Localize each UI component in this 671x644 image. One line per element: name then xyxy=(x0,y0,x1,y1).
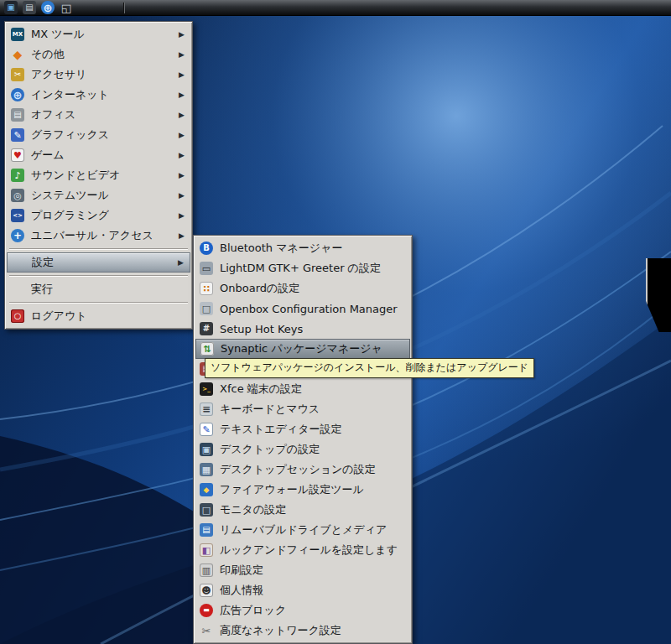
menu-item-label: ゲーム xyxy=(31,148,65,163)
file-manager-button[interactable]: ▤ xyxy=(20,1,39,15)
menu-separator xyxy=(9,275,188,277)
firewall-icon: ◆ xyxy=(200,483,213,496)
menu-item-universal-access[interactable]: +ユニバーサル・アクセス▶ xyxy=(7,226,190,246)
menu-item-programming[interactable]: <>プログラミング▶ xyxy=(7,205,190,226)
menu-item-office[interactable]: ▤オフィス▶ xyxy=(7,105,190,125)
panel-browser-icon: ⊕ xyxy=(41,1,55,14)
universal-access-icon: + xyxy=(11,229,24,242)
submenu-arrow-icon: ▶ xyxy=(179,70,186,79)
app-menu-button[interactable]: ▣ xyxy=(2,1,20,15)
menu-item-firewall-tool[interactable]: ◆ファイアウォール設定ツール xyxy=(195,480,410,500)
office-icon: ▤ xyxy=(11,108,24,122)
synaptic-icon: ⇅ xyxy=(200,342,214,356)
menu-item-look-and-feel[interactable]: ◧ルックアンドフィールを設定します xyxy=(195,540,410,560)
menu-item-others[interactable]: ◆その他▶ xyxy=(7,44,190,65)
menu-item-removable-drives-media[interactable]: ▤リムーバブルドライブとメディア xyxy=(195,520,410,540)
menu-item-logout[interactable]: ○ログアウト xyxy=(7,306,190,326)
menu-item-label: アクセサリ xyxy=(31,67,87,82)
menu-item-internet[interactable]: ⊕インターネット▶ xyxy=(7,85,190,105)
menu-item-lightdm-gtk-greeter[interactable]: ▭LightDM GTK+ Greeter の設定 xyxy=(195,258,410,278)
menu-item-label: オフィス xyxy=(31,107,75,122)
icon-placeholder xyxy=(12,256,25,269)
menu-item-setup-hot-keys[interactable]: #Setup Hot Keys xyxy=(195,319,410,339)
bluetooth-icon: B xyxy=(200,242,213,255)
xfce-terminal-icon: >_ xyxy=(200,382,213,396)
menu-item-run[interactable]: 実行 xyxy=(7,279,190,299)
menu-item-bluetooth-manager[interactable]: BBluetooth マネージャー xyxy=(195,238,410,258)
mx-tools-icon: MX xyxy=(11,28,24,41)
menu-item-label: ルックアンドフィールを設定します xyxy=(220,543,398,558)
menu-item-settings[interactable]: 設定▶ xyxy=(7,252,190,273)
menu-item-label: ファイアウォール設定ツール xyxy=(220,482,364,497)
menu-item-desktop-settings[interactable]: ▣デスクトップの設定 xyxy=(195,439,410,460)
menu-item-label: LightDM GTK+ Greeter の設定 xyxy=(220,261,381,276)
monitor-icon: □ xyxy=(200,503,213,517)
system-tools-icon: ◎ xyxy=(11,189,24,202)
personal-info-icon: ☻ xyxy=(200,584,213,597)
menu-separator xyxy=(9,302,188,304)
sound-video-icon: ♪ xyxy=(11,169,24,182)
menu-item-label: 広告ブロック xyxy=(220,603,286,618)
menu-item-advanced-network[interactable]: ✂高度なネットワーク設定 xyxy=(195,621,410,641)
submenu-arrow-icon: ▶ xyxy=(179,111,186,119)
window-list-button[interactable]: ◱ xyxy=(57,1,75,15)
menu-item-label: 印刷設定 xyxy=(220,563,263,578)
submenu-arrow-icon: ▶ xyxy=(179,131,186,139)
submenu-arrow-icon: ▶ xyxy=(179,191,186,200)
taskbar: ▣▤⊕◱ xyxy=(0,0,671,16)
menu-item-onboard-settings[interactable]: ∷Onboardの設定 xyxy=(195,278,410,299)
menu-item-text-editor-settings[interactable]: ✎テキストエディター設定 xyxy=(195,419,410,439)
menu-item-accessories[interactable]: ✂アクセサリ▶ xyxy=(7,65,190,85)
web-browser-button[interactable]: ⊕ xyxy=(39,1,57,15)
menu-item-ad-block[interactable]: ▬広告ブロック xyxy=(195,600,410,621)
look-and-feel-icon: ◧ xyxy=(200,543,213,557)
menu-item-label: Onboardの設定 xyxy=(220,281,299,296)
panel-windows-icon: ◱ xyxy=(60,1,73,14)
menu-item-games[interactable]: ♥ゲーム▶ xyxy=(7,145,190,165)
printer-icon: ▥ xyxy=(200,564,213,577)
menu-item-keyboard-mouse[interactable]: ≡キーボードとマウス xyxy=(195,399,410,419)
menu-item-label: ユニバーサル・アクセス xyxy=(31,228,153,243)
internet-icon: ⊕ xyxy=(11,88,24,101)
submenu-arrow-icon: ▶ xyxy=(179,151,186,159)
programming-icon: <> xyxy=(11,209,24,222)
menu-item-system-tools[interactable]: ◎システムツール▶ xyxy=(7,185,190,205)
adblock-icon: ▬ xyxy=(200,604,213,617)
menu-item-label: Setup Hot Keys xyxy=(220,323,303,335)
menu-item-label: インターネット xyxy=(31,87,109,102)
menu-item-desktop-session-settings[interactable]: ▦デスクトップセッションの設定 xyxy=(195,460,410,480)
menu-item-synaptic-package-manager[interactable]: ⇅Synaptic パッケージマネージャ xyxy=(195,339,410,359)
lightdm-icon: ▭ xyxy=(200,262,213,275)
submenu-arrow-icon: ▶ xyxy=(179,171,186,179)
menu-item-mx-tools[interactable]: MXMX ツール▶ xyxy=(7,24,190,44)
taskbar-launchers: ▣▤⊕◱ xyxy=(2,1,75,15)
panel-menu-icon: ▣ xyxy=(4,1,18,14)
network-icon: ✂ xyxy=(200,624,213,637)
graphics-icon: ✎ xyxy=(11,128,24,142)
menu-item-print-settings[interactable]: ▥印刷設定 xyxy=(195,560,410,580)
menu-item-label: Synaptic パッケージマネージャ xyxy=(221,341,382,356)
synaptic-tooltip: ソフトウェアパッケージのインストール、削除またはアップグレード xyxy=(205,358,534,378)
submenu-arrow-icon: ▶ xyxy=(178,258,185,267)
applications-menu: MXMX ツール▶◆その他▶✂アクセサリ▶⊕インターネット▶▤オフィス▶✎グラフ… xyxy=(4,21,193,330)
menu-item-openbox-config-manager[interactable]: □Openbox Configuration Manager xyxy=(195,299,410,319)
menu-item-personal-info[interactable]: ☻個人情報 xyxy=(195,580,410,600)
games-icon: ♥ xyxy=(11,148,24,162)
menu-item-sound-video[interactable]: ♪サウンドとビデオ▶ xyxy=(7,165,190,185)
menu-item-label: 個人情報 xyxy=(220,583,263,598)
openbox-icon: □ xyxy=(200,302,213,315)
menu-item-label: テキストエディター設定 xyxy=(220,422,341,437)
menu-item-label: 実行 xyxy=(31,282,53,297)
menu-item-xfce-terminal-settings[interactable]: >_Xfce 端末の設定 xyxy=(195,379,410,399)
desktop-settings-icon: ▣ xyxy=(200,443,213,456)
menu-item-graphics[interactable]: ✎グラフィックス▶ xyxy=(7,125,190,145)
logout-icon: ○ xyxy=(11,309,24,323)
submenu-arrow-icon: ▶ xyxy=(179,91,186,99)
menu-item-label: Bluetooth マネージャー xyxy=(220,241,342,256)
menu-item-monitor-settings[interactable]: □モニタの設定 xyxy=(195,500,410,520)
session-settings-icon: ▦ xyxy=(200,463,213,476)
menu-item-label: グラフィックス xyxy=(31,127,109,143)
menu-separator xyxy=(9,248,188,250)
menu-item-label: その他 xyxy=(31,47,65,62)
menu-item-label: デスクトップの設定 xyxy=(220,442,320,457)
